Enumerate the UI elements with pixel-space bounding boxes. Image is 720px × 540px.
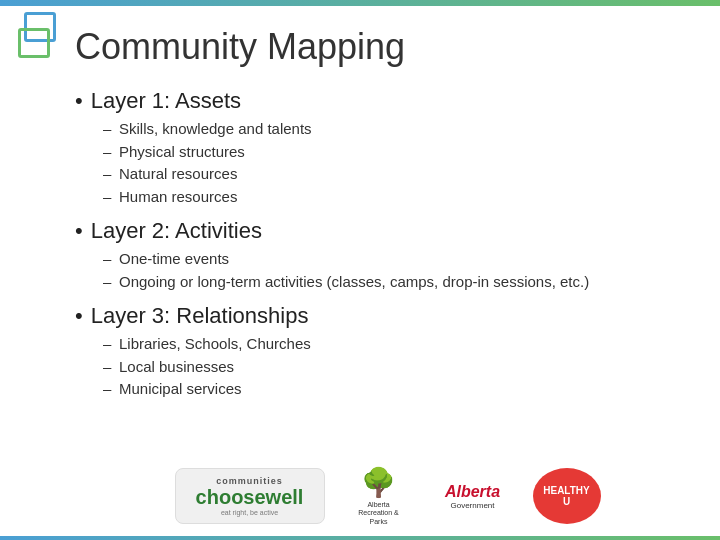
logo-topleft bbox=[18, 12, 62, 64]
alberta-rec-logo: 🌳 AlbertaRecreation &Parks bbox=[345, 468, 413, 524]
layer3-section: •Layer 3: Relationships Libraries, Schoo… bbox=[75, 303, 700, 401]
layer1-subitems: Skills, knowledge and talents Physical s… bbox=[103, 118, 700, 208]
healthy-u-logo: HEALTHYU bbox=[533, 468, 601, 524]
bullet-dot-1: • bbox=[75, 88, 83, 113]
bullet-dot-3: • bbox=[75, 303, 83, 328]
list-item: One-time events bbox=[103, 248, 700, 271]
bullet-dot-2: • bbox=[75, 218, 83, 243]
list-item: Human resources bbox=[103, 186, 700, 209]
layer3-subitems: Libraries, Schools, Churches Local busin… bbox=[103, 333, 700, 401]
list-item: Local businesses bbox=[103, 356, 700, 379]
alberta-gov-sub-text: Government bbox=[450, 501, 494, 510]
layer2-header: •Layer 2: Activities bbox=[75, 218, 700, 244]
logo-square-bottom bbox=[18, 28, 50, 58]
choosewell-main-text: choosewell bbox=[196, 486, 304, 509]
alberta-gov-text: Alberta bbox=[445, 483, 500, 501]
list-item: Skills, knowledge and talents bbox=[103, 118, 700, 141]
layer3-header: •Layer 3: Relationships bbox=[75, 303, 700, 329]
page-title: Community Mapping bbox=[75, 26, 700, 68]
bottom-border-line bbox=[0, 536, 720, 540]
list-item: Physical structures bbox=[103, 141, 700, 164]
tree-icon: 🌳 bbox=[361, 466, 396, 499]
main-content: Community Mapping •Layer 1: Assets Skill… bbox=[75, 10, 700, 460]
list-item: Municipal services bbox=[103, 378, 700, 401]
alberta-rec-text: AlbertaRecreation &Parks bbox=[358, 501, 398, 526]
healthy-u-text: HEALTHYU bbox=[543, 485, 589, 507]
choosewell-top-text: communities bbox=[216, 476, 283, 486]
top-border-line bbox=[0, 0, 720, 6]
list-item: Libraries, Schools, Churches bbox=[103, 333, 700, 356]
list-item: Natural resources bbox=[103, 163, 700, 186]
layer1-header: •Layer 1: Assets bbox=[75, 88, 700, 114]
layer2-subitems: One-time events Ongoing or long-term act… bbox=[103, 248, 700, 293]
choosewell-sub-text: eat right, be active bbox=[221, 509, 278, 516]
list-item: Ongoing or long-term activities (classes… bbox=[103, 271, 700, 294]
alberta-gov-logo: Alberta Government bbox=[433, 468, 513, 524]
choosewell-logo: communities choosewell eat right, be act… bbox=[175, 468, 325, 524]
footer-logos: communities choosewell eat right, be act… bbox=[75, 462, 700, 530]
layer1-section: •Layer 1: Assets Skills, knowledge and t… bbox=[75, 88, 700, 208]
layer2-section: •Layer 2: Activities One-time events Ong… bbox=[75, 218, 700, 293]
